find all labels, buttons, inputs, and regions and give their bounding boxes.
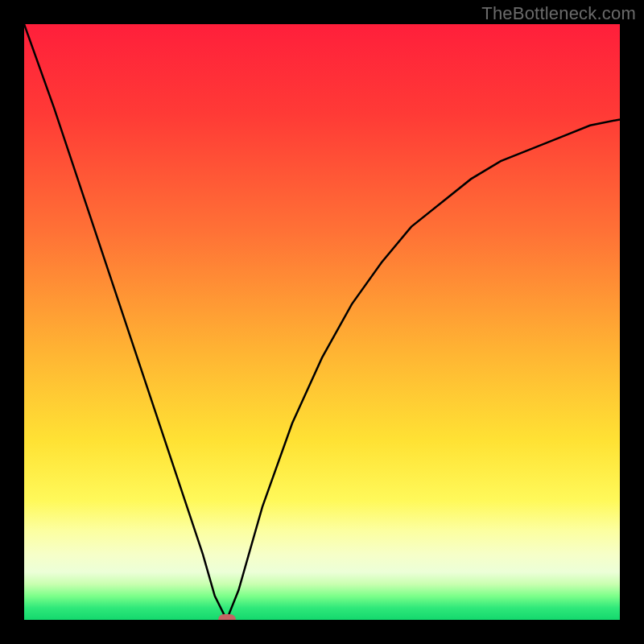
chart-frame: TheBottleneck.com bbox=[0, 0, 644, 644]
attribution-text: TheBottleneck.com bbox=[481, 3, 636, 24]
curve-path bbox=[24, 24, 620, 620]
plot-area bbox=[24, 24, 620, 620]
optimal-marker bbox=[218, 614, 236, 620]
bottleneck-curve bbox=[24, 24, 620, 620]
